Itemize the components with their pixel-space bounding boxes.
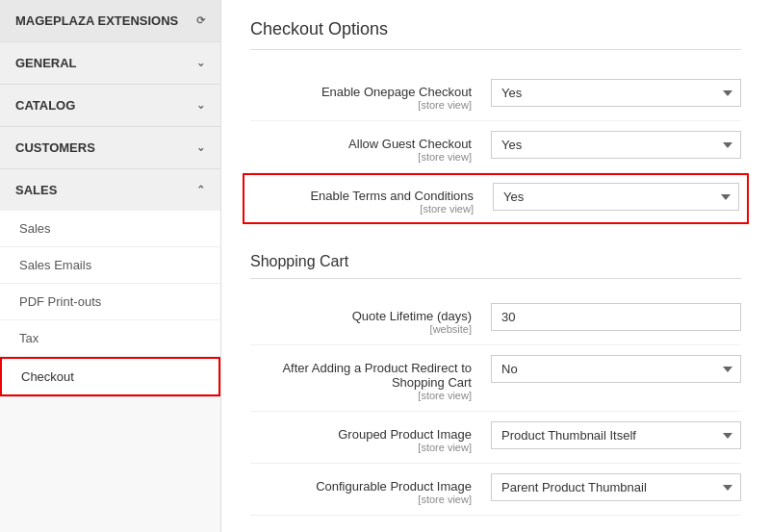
allow-guest-row: Allow Guest Checkout [store view] Yes No	[250, 121, 741, 173]
configurable-product-image-row: Configurable Product Image [store view] …	[250, 464, 741, 516]
shopping-cart-title: Shopping Cart	[250, 253, 741, 279]
enable-terms-row: Enable Terms and Conditions [store view]…	[243, 173, 749, 224]
redirect-after-add-label-container: After Adding a Product Redirect to Shopp…	[250, 355, 491, 401]
quote-lifetime-field	[491, 303, 741, 331]
sidebar-item-sales[interactable]: Sales	[0, 211, 220, 247]
sidebar-section-general-label: GENERAL	[15, 56, 77, 70]
configurable-product-image-select[interactable]: Parent Product Thumbnail Product Thumbna…	[491, 473, 741, 501]
sidebar-section-customers: CUSTOMERS ⌄	[0, 127, 220, 169]
enable-terms-label-container: Enable Terms and Conditions [store view]	[252, 183, 493, 215]
sidebar-section-general-header[interactable]: GENERAL ⌄	[0, 42, 220, 84]
quote-lifetime-label: Quote Lifetime (days)	[352, 309, 472, 323]
main-content: Checkout Options Enable Onepage Checkout…	[221, 0, 770, 532]
chevron-up-icon-sales: ⌃	[196, 184, 205, 196]
sidebar-section-catalog-header[interactable]: CATALOG ⌄	[0, 85, 220, 126]
enable-terms-select[interactable]: Yes No	[493, 183, 739, 211]
configurable-product-image-label: Configurable Product Image	[316, 479, 472, 494]
grouped-product-image-label-container: Grouped Product Image [store view]	[250, 421, 491, 453]
sidebar-section-catalog: CATALOG ⌄	[0, 85, 220, 127]
sidebar-item-checkout[interactable]: Checkout	[0, 357, 220, 396]
grouped-product-image-field: Product Thumbnail Itself Parent Product …	[491, 421, 741, 449]
enable-terms-field: Yes No	[493, 183, 739, 211]
quote-lifetime-input[interactable]	[491, 303, 741, 331]
sidebar-section-customers-label: CUSTOMERS	[15, 140, 95, 155]
shopping-cart-section: Shopping Cart Quote Lifetime (days) [web…	[250, 253, 741, 516]
configurable-product-image-label-container: Configurable Product Image [store view]	[250, 473, 491, 505]
checkout-options-section: Checkout Options Enable Onepage Checkout…	[250, 19, 741, 224]
enable-terms-scope: [store view]	[252, 203, 474, 215]
sidebar-section-sales-label: SALES	[15, 183, 57, 197]
sidebar-item-tax[interactable]: Tax	[0, 320, 220, 357]
allow-guest-label-container: Allow Guest Checkout [store view]	[250, 131, 491, 163]
sidebar-section-mageplaza-label: MAGEPLAZA EXTENSIONS	[15, 13, 178, 28]
sidebar-section-customers-header[interactable]: CUSTOMERS ⌄	[0, 127, 220, 168]
sidebar-section-mageplaza: MAGEPLAZA EXTENSIONS ⟳	[0, 0, 220, 42]
sidebar-item-pdf-printouts[interactable]: PDF Print-outs	[0, 284, 220, 320]
redirect-after-add-row: After Adding a Product Redirect to Shopp…	[250, 345, 741, 412]
allow-guest-field: Yes No	[491, 131, 741, 159]
redirect-after-add-select[interactable]: No Yes	[491, 355, 741, 383]
allow-guest-scope: [store view]	[250, 151, 472, 163]
chevron-down-icon-catalog: ⌄	[196, 99, 205, 112]
grouped-product-image-row: Grouped Product Image [store view] Produ…	[250, 412, 741, 464]
redirect-after-add-label: After Adding a Product Redirect to Shopp…	[282, 361, 472, 390]
enable-onepage-field: Yes No	[491, 79, 741, 107]
allow-guest-select[interactable]: Yes No	[491, 131, 741, 159]
quote-lifetime-row: Quote Lifetime (days) [website]	[250, 293, 741, 345]
grouped-product-image-label: Grouped Product Image	[338, 427, 472, 442]
sidebar-section-sales: SALES ⌃ Sales Sales Emails PDF Print-out…	[0, 169, 220, 397]
grouped-product-image-scope: [store view]	[250, 442, 472, 453]
allow-guest-label: Allow Guest Checkout	[348, 137, 472, 151]
enable-onepage-select[interactable]: Yes No	[491, 79, 741, 107]
quote-lifetime-label-container: Quote Lifetime (days) [website]	[250, 303, 491, 335]
chevron-down-icon: ⟳	[196, 14, 205, 27]
enable-onepage-label-container: Enable Onepage Checkout [store view]	[250, 79, 491, 111]
enable-onepage-scope: [store view]	[250, 99, 472, 111]
sidebar: MAGEPLAZA EXTENSIONS ⟳ GENERAL ⌄ CATALOG…	[0, 0, 221, 532]
sidebar-section-mageplaza-header[interactable]: MAGEPLAZA EXTENSIONS ⟳	[0, 0, 220, 41]
grouped-product-image-select[interactable]: Product Thumbnail Itself Parent Product …	[491, 421, 741, 449]
enable-onepage-row: Enable Onepage Checkout [store view] Yes…	[250, 69, 741, 121]
configurable-product-image-scope: [store view]	[250, 494, 472, 505]
chevron-down-icon-general: ⌄	[196, 57, 205, 69]
enable-onepage-label: Enable Onepage Checkout	[321, 85, 472, 99]
configurable-product-image-field: Parent Product Thumbnail Product Thumbna…	[491, 473, 741, 501]
sidebar-item-sales-emails[interactable]: Sales Emails	[0, 247, 220, 284]
chevron-down-icon-customers: ⌄	[196, 141, 205, 154]
redirect-after-add-field: No Yes	[491, 355, 741, 383]
checkout-options-title: Checkout Options	[250, 19, 741, 50]
sidebar-section-catalog-label: CATALOG	[15, 98, 75, 113]
sidebar-section-sales-header[interactable]: SALES ⌃	[0, 169, 220, 211]
quote-lifetime-scope: [website]	[250, 323, 472, 335]
enable-terms-label: Enable Terms and Conditions	[310, 189, 474, 203]
redirect-after-add-scope: [store view]	[250, 390, 472, 401]
sidebar-section-general: GENERAL ⌄	[0, 42, 220, 85]
